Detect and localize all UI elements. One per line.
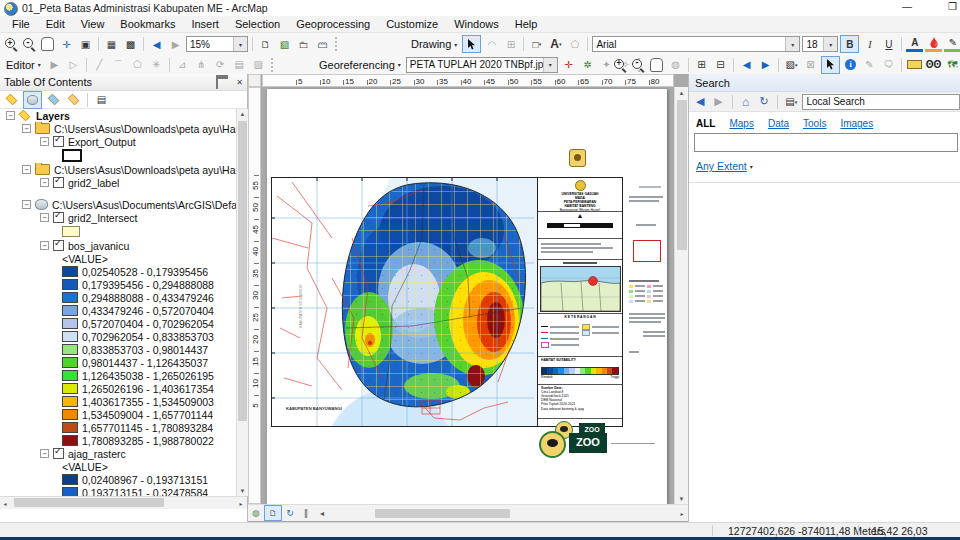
map-vertical-scrollbar[interactable]: ▲ ▼ <box>674 87 688 504</box>
editor-menu[interactable]: Editor▾ <box>3 59 44 71</box>
menu-customize[interactable]: Customize <box>378 18 446 30</box>
tools-fixed-zoom-out-icon[interactable]: ⊟ <box>712 57 729 73</box>
tools-select-elements-icon[interactable] <box>821 56 840 74</box>
font-combo[interactable]: Arial▾ <box>592 36 800 52</box>
list-by-drawing-order-icon[interactable] <box>3 92 20 108</box>
table-options-icon[interactable]: 🗀 <box>295 36 312 52</box>
menu-view[interactable]: View <box>73 18 113 30</box>
fixed-zoom-out-icon[interactable]: ▩ <box>122 36 139 52</box>
legend-class-row[interactable]: 0,02408967 - 0,193713151 <box>0 473 236 486</box>
search-input[interactable] <box>694 133 958 152</box>
search-tab-images[interactable]: Images <box>840 118 873 129</box>
map-horizontal-scrollbar[interactable]: ▸ <box>330 507 688 519</box>
pin-icon[interactable] <box>216 75 228 89</box>
auto-registration-icon[interactable]: ✲ <box>579 57 596 73</box>
toc-layer-row[interactable]: −✓ajag_rasterc <box>0 447 236 460</box>
toc-layer-row[interactable]: −✓grid2_label <box>0 176 236 189</box>
legend-class-row[interactable]: 1,265026196 - 1,403617354 <box>0 382 236 395</box>
toc-horizontal-scrollbar[interactable]: ◂ ▸ <box>0 496 247 509</box>
italic-button[interactable]: I <box>861 36 878 52</box>
search-tab-maps[interactable]: Maps <box>729 118 753 129</box>
legend-class-row[interactable]: 0,572070404 - 0,702962054 <box>0 317 236 330</box>
zoom-element-icon[interactable]: ⊞ <box>502 36 519 52</box>
clear-selection-icon[interactable]: ⊠ <box>802 57 819 73</box>
toc-group-row[interactable]: −C:\Users\Asus\Documents\ArcGIS\Default.… <box>0 198 236 211</box>
forward-extent-icon[interactable]: ▶ <box>167 36 184 52</box>
search-forward-icon[interactable]: ▶ <box>711 94 725 110</box>
layer-checkbox[interactable]: ✓ <box>53 240 64 251</box>
any-extent-link[interactable]: Any Extent <box>696 160 747 172</box>
bold-button[interactable]: B <box>840 35 859 53</box>
straight-segment-icon[interactable]: ╱ <box>91 57 108 73</box>
font-size-combo[interactable]: 18▾ <box>802 36 838 52</box>
tools-fixed-zoom-in-icon[interactable]: ⊞ <box>693 57 710 73</box>
legend-class-row[interactable]: 0,833853703 - 0,98014437 <box>0 343 236 356</box>
rotate-element-icon[interactable]: ◠ <box>483 36 500 52</box>
back-extent-icon[interactable]: ◀ <box>148 36 165 52</box>
menu-file[interactable]: File <box>4 18 38 30</box>
tools-full-extent-icon[interactable]: ◍ <box>667 57 684 73</box>
legend-class-row[interactable]: 1,403617355 - 1,534509003 <box>0 395 236 408</box>
toc-layer-row[interactable]: −✓bos_javanicu <box>0 239 236 252</box>
layer-symbol-row[interactable] <box>0 224 236 239</box>
maximize-button[interactable]: ❐ <box>948 1 957 12</box>
fill-color-button[interactable]: 🩸 <box>925 36 942 52</box>
find-icon[interactable]: ʘʘ <box>925 57 942 73</box>
layer-symbol-row[interactable] <box>0 148 236 163</box>
sketch-properties-icon[interactable]: ▨ <box>250 57 267 73</box>
legend-class-row[interactable]: 0,02540528 - 0,179395456 <box>0 265 236 278</box>
fixed-zoom-in-icon[interactable]: ▦ <box>103 36 120 52</box>
layer-checkbox[interactable]: ✓ <box>53 177 64 188</box>
edit-tool-icon[interactable]: ▶ <box>46 57 63 73</box>
menu-windows[interactable]: Windows <box>446 18 507 30</box>
legend-class-row[interactable]: 0,702962054 - 0,833853703 <box>0 330 236 343</box>
legend-class-row[interactable]: 0,193713151 - 0,32478584 <box>0 486 236 496</box>
toc-layer-row[interactable]: −✓Export_Output <box>0 135 236 148</box>
tools-zoom-in-icon[interactable]: + <box>612 57 628 73</box>
pause-drawing-button[interactable]: ∥ <box>298 506 314 520</box>
identify-icon[interactable]: i <box>842 57 859 73</box>
georeferencing-menu[interactable]: Georeferencing▾ <box>316 59 404 71</box>
arctoolbox-icon[interactable]: 🗃 <box>314 36 331 52</box>
search-tab-tools[interactable]: Tools <box>803 118 826 129</box>
legend-class-row[interactable]: 1,780893285 - 1,988780022 <box>0 434 236 447</box>
tools-forward-icon[interactable]: ▶ <box>757 57 774 73</box>
font-color-button[interactable]: A <box>906 36 923 52</box>
search-index-options-icon[interactable]: ▤▾ <box>784 94 798 110</box>
layer-checkbox[interactable]: ✓ <box>53 136 64 147</box>
layer-checkbox[interactable]: ✓ <box>53 212 64 223</box>
menu-help[interactable]: Help <box>507 18 546 30</box>
legend-class-row[interactable]: 1,126435038 - 1,265026195 <box>0 369 236 382</box>
toc-vertical-scrollbar[interactable]: ▲ ▼ <box>236 109 248 496</box>
endpoint-arc-icon[interactable]: ⌒ <box>110 57 127 73</box>
search-scope-combo[interactable]: Local Search <box>802 94 959 110</box>
tools-zoom-out-icon[interactable]: - <box>630 57 646 73</box>
layout-view-button[interactable]: 🗋 <box>264 505 282 521</box>
legend-class-row[interactable]: 0,98014437 - 1,126435037 <box>0 356 236 369</box>
html-popup-icon[interactable]: 🗨 <box>880 57 897 73</box>
menu-geoprocessing[interactable]: Geoprocessing <box>288 18 378 30</box>
legend-class-row[interactable]: 1,657701145 - 1,780893284 <box>0 421 236 434</box>
editor-toolbar-icon[interactable]: ▧ <box>276 36 293 52</box>
menu-selection[interactable]: Selection <box>227 18 288 30</box>
zoom-layer-icon[interactable]: ▣ <box>77 36 94 52</box>
menu-edit[interactable]: Edit <box>38 18 73 30</box>
toc-group-row[interactable]: −C:\Users\Asus\Downloads\peta ayu\Hasil … <box>0 122 236 135</box>
legend-class-row[interactable]: 1,534509004 - 1,657701144 <box>0 408 236 421</box>
georef-layer-combo[interactable]: PETA TUPLAH 2020 TNBpf.jpg▾ <box>406 57 558 73</box>
search-tab-all[interactable]: ALL <box>696 118 715 129</box>
data-view-button[interactable]: ◍ <box>248 506 264 520</box>
edit-vertices-icon[interactable]: ⬠ <box>566 36 583 52</box>
toc-close-icon[interactable]: ✕ <box>236 78 243 87</box>
text-tool-icon[interactable]: A▾ <box>547 36 564 52</box>
cut-polygons-icon[interactable]: ⊿ <box>174 57 191 73</box>
pan-icon[interactable] <box>39 36 56 52</box>
measure-icon[interactable] <box>906 57 923 73</box>
minimize-button[interactable]: — <box>902 1 912 12</box>
search-back-icon[interactable]: ◀ <box>693 94 707 110</box>
toc-group-row[interactable]: −C:\Users\Asus\Downloads\peta ayu\Hasil … <box>0 163 236 176</box>
search-tab-data[interactable]: Data <box>768 118 789 129</box>
legend-class-row[interactable]: 0,179395456 - 0,294888088 <box>0 278 236 291</box>
hyperlink-icon[interactable]: ✎ <box>861 57 878 73</box>
legend-class-row[interactable]: 0,433479246 - 0,572070404 <box>0 304 236 317</box>
